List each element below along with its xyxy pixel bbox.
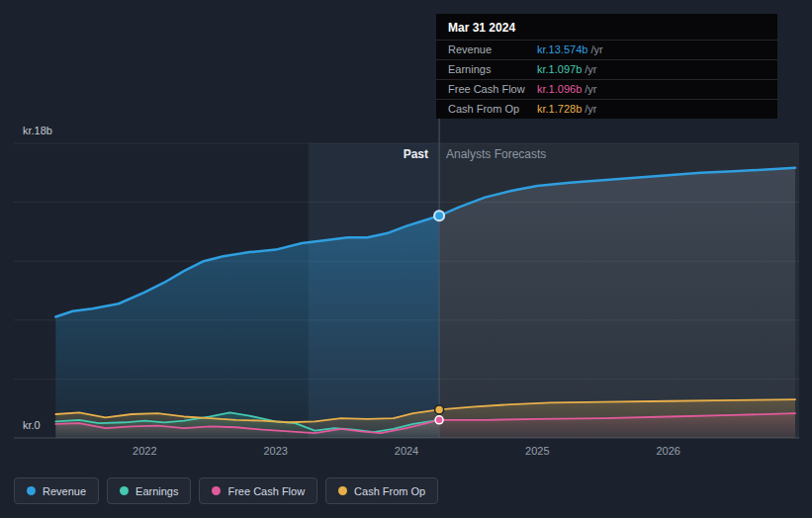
chart-plot-area[interactable] xyxy=(14,143,799,438)
tooltip-label: Free Cash Flow xyxy=(448,83,537,95)
tooltip-label: Earnings xyxy=(448,63,537,75)
x-tick: 2024 xyxy=(395,445,418,457)
y-axis-max-label: kr.18b xyxy=(23,125,52,136)
tooltip-unit: /yr xyxy=(590,43,602,55)
tooltip-label: Cash From Op xyxy=(448,103,537,115)
past-label: Past xyxy=(404,147,428,161)
tooltip-date: Mar 31 2024 xyxy=(436,14,777,40)
tooltip-value: kr.1.728b xyxy=(537,103,582,115)
chart-tooltip: Mar 31 2024 Revenue kr.13.574b /yr Earni… xyxy=(436,14,777,119)
tooltip-row: Cash From Op kr.1.728b /yr xyxy=(436,99,777,119)
cash-from-op-legend-dot-icon xyxy=(338,486,347,495)
tooltip-value: kr.13.574b xyxy=(537,43,587,55)
x-tick: 2025 xyxy=(525,445,549,457)
free-cash-flow-legend-dot-icon xyxy=(212,486,221,495)
legend-label: Revenue xyxy=(43,485,86,497)
legend-label: Cash From Op xyxy=(354,485,425,497)
analysts-forecasts-label: Analysts Forecasts xyxy=(446,147,546,161)
legend-label: Free Cash Flow xyxy=(227,485,305,497)
legend-label: Earnings xyxy=(135,485,178,497)
tooltip-row: Revenue kr.13.574b /yr xyxy=(436,40,777,59)
tooltip-unit: /yr xyxy=(585,83,596,95)
tooltip-unit: /yr xyxy=(585,63,596,75)
tooltip-row: Earnings kr.1.097b /yr xyxy=(436,59,777,79)
tooltip-value: kr.1.096b xyxy=(537,83,582,95)
y-axis-zero-label: kr.0 xyxy=(23,419,41,431)
earnings-legend-dot-icon xyxy=(120,486,129,495)
tooltip-row: Free Cash Flow kr.1.096b /yr xyxy=(436,79,777,99)
tooltip-unit: /yr xyxy=(585,103,596,115)
financials-chart-panel: kr.18b kr.0 Past Analysts Forecasts 2022… xyxy=(0,0,812,518)
tooltip-value: kr.1.097b xyxy=(537,63,582,75)
chart-legend: Revenue Earnings Free Cash Flow Cash Fro… xyxy=(14,477,438,504)
revenue-legend-dot-icon xyxy=(27,486,36,495)
x-tick: 2023 xyxy=(263,445,287,457)
tooltip-label: Revenue xyxy=(448,43,537,55)
legend-item[interactable]: Cash From Op xyxy=(325,477,438,504)
legend-item[interactable]: Earnings xyxy=(107,477,191,504)
x-tick: 2026 xyxy=(656,445,679,457)
legend-item[interactable]: Free Cash Flow xyxy=(199,477,317,504)
legend-item[interactable]: Revenue xyxy=(14,477,99,504)
x-tick: 2022 xyxy=(133,445,156,457)
